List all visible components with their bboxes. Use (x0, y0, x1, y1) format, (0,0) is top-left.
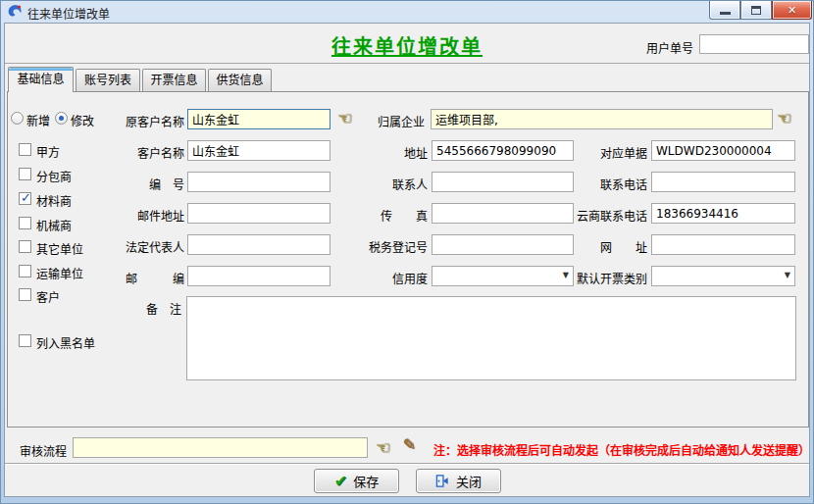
company-label: 归属企业 (297, 113, 425, 129)
address-label: 地址 (290, 144, 428, 161)
website-input[interactable] (651, 234, 795, 255)
contact-label: 联系人 (290, 176, 428, 192)
remark-label: 备 注 (44, 300, 181, 317)
minimize-icon (720, 12, 731, 15)
tab-basic-info[interactable]: 基础信息 (8, 67, 74, 92)
audit-flow-input[interactable] (73, 437, 368, 458)
cust-name-label: 客户名称 (47, 144, 184, 161)
tab-account-list[interactable]: 账号列表 (76, 69, 140, 91)
company-picker-hand-icon[interactable]: ☜ (777, 110, 791, 126)
close-window-button[interactable]: ✕ (772, 1, 812, 20)
checkbox-jiafang[interactable] (19, 143, 31, 156)
tax-no-label: 税务登记号 (290, 238, 428, 255)
app-window: 往来单位增改单 ✕ 往来单位增改单 用户单号 基础信息 账号列表 开票信息 供货… (0, 0, 814, 504)
exit-door-icon (435, 474, 450, 488)
audit-sign-pen-icon[interactable]: ✎ (403, 437, 416, 453)
maximize-button[interactable] (740, 1, 772, 20)
credit-label: 信用度 (290, 270, 428, 286)
user-no-label: 用户单号 (593, 39, 693, 56)
header-band: 往来单位增改单 用户单号 (5, 24, 809, 64)
doc-no-input[interactable] (651, 140, 795, 161)
app-logo-icon (7, 4, 23, 20)
checkbox-transport-unit[interactable] (19, 265, 31, 277)
maximize-icon (751, 6, 761, 15)
invoice-type-select[interactable]: ▼ (651, 266, 795, 286)
phone-label: 联系电话 (510, 176, 647, 192)
checkbox-machinery-supplier[interactable] (19, 217, 31, 229)
checkbox-blacklist-label[interactable]: 列入黑名单 (36, 334, 95, 351)
close-icon: ✕ (788, 5, 796, 16)
legal-rep-label: 法定代表人 (47, 238, 184, 255)
save-button-label: 保存 (353, 472, 379, 490)
audit-flow-label: 审核流程 (20, 442, 67, 459)
orig-name-label: 原客户名称 (47, 113, 184, 129)
remark-textarea[interactable] (186, 296, 796, 380)
zip-label: 邮 编 (47, 270, 184, 286)
fax-label: 传 真 (290, 207, 428, 224)
minimize-button[interactable] (709, 1, 740, 20)
tab-supply-info[interactable]: 供货信息 (208, 69, 272, 91)
checkbox-subcontractor[interactable] (19, 168, 31, 180)
separator-line (5, 463, 809, 465)
website-label: 网 址 (510, 238, 647, 255)
checkbox-other-unit[interactable] (19, 240, 31, 253)
close-button-label: 关闭 (456, 472, 482, 490)
checkbox-customer[interactable] (19, 288, 31, 301)
window-body: 往来单位增改单 用户单号 基础信息 账号列表 开票信息 供货信息 新增 修改 甲… (4, 23, 810, 497)
save-check-icon: ✔ (334, 474, 347, 489)
invoice-type-label: 默认开票类别 (510, 270, 647, 286)
user-no-input[interactable] (699, 34, 809, 54)
tab-invoice-info[interactable]: 开票信息 (142, 69, 206, 91)
chevron-down-icon: ▼ (785, 272, 790, 279)
close-button[interactable]: 关闭 (416, 469, 501, 493)
company-input[interactable] (431, 109, 773, 129)
save-button[interactable]: ✔ 保存 (314, 469, 399, 493)
checkbox-material-supplier[interactable] (19, 192, 31, 205)
audit-note: 注：选择审核流程后可自动发起（在审核完成后自动给通知人发送提醒） (433, 441, 810, 458)
basic-info-panel: 新增 修改 甲方 分包商 材料商 机械商 其它单位 运输单位 客户 列入黑名单 … (7, 91, 809, 428)
email-label: 邮件地址 (47, 207, 184, 224)
doc-no-label: 对应单据 (510, 144, 647, 161)
phone-input[interactable] (651, 172, 795, 192)
window-title: 往来单位增改单 (27, 5, 110, 22)
cloud-phone-label: 云商联系电话 (510, 207, 647, 224)
audit-flow-picker-hand-icon[interactable]: ☜ (376, 439, 390, 456)
radio-new[interactable] (11, 112, 24, 125)
code-label: 编 号 (47, 176, 184, 192)
checkbox-blacklist[interactable] (19, 334, 31, 347)
cloud-phone-input[interactable] (651, 203, 795, 224)
titlebar[interactable]: 往来单位增改单 ✕ (1, 1, 813, 23)
